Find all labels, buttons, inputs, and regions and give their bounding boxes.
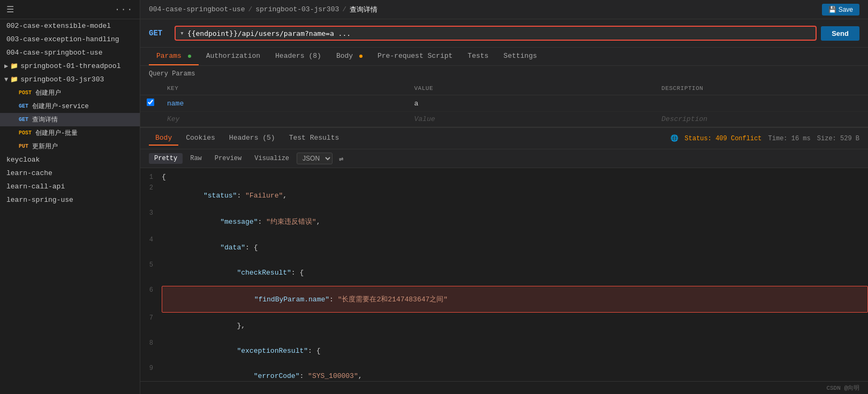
endpoint-label: 查询详情 <box>32 115 58 124</box>
json-line-7: 7 }, <box>140 313 868 338</box>
format-tab-visualize[interactable]: Visualize <box>249 153 295 164</box>
line-content-3: "message": "约束违反错误", <box>162 209 868 234</box>
url-input[interactable] <box>187 29 811 37</box>
sidebar-item-post-create-user[interactable]: POST 创建用户 <box>0 86 140 100</box>
response-tab-test-results[interactable]: Test Results <box>283 131 346 146</box>
param-checkbox[interactable] <box>147 98 154 106</box>
sidebar-folder-springboot-01[interactable]: ▶ 📁 springboot-01-threadpool <box>0 59 140 73</box>
tab-params[interactable]: Params <box>149 48 199 65</box>
breadcrumb-part-1: 004-case-springboot-use <box>149 5 245 13</box>
body-dot <box>359 55 363 58</box>
format-tab-raw[interactable]: Raw <box>185 153 207 164</box>
line-content-9: "errorCode": "SYS_100003", <box>162 364 868 381</box>
tab-pre-request-label: Pre-request Script <box>378 52 452 60</box>
sidebar-item-get-create-user-service[interactable]: GET 创建用户-service <box>0 100 140 113</box>
breadcrumb-sep-2: / <box>342 5 346 13</box>
line-num-7: 7 <box>140 314 162 322</box>
sidebar-item-get-query-detail[interactable]: GET 查询详情 <box>0 113 140 126</box>
sidebar-item-learn-spring-use[interactable]: learn-spring-use <box>0 193 140 207</box>
tab-settings-label: Settings <box>503 52 537 60</box>
param-desc[interactable] <box>655 95 868 112</box>
http-method-label: GET <box>149 29 170 37</box>
sidebar-item-learn-call-api[interactable]: learn-call-api <box>0 180 140 193</box>
method-badge-post: POST <box>17 130 33 137</box>
sidebar-menu-icon[interactable]: ☰ <box>6 4 14 15</box>
tab-tests-label: Tests <box>467 52 488 60</box>
sidebar-header: ☰ ··· <box>0 0 140 19</box>
line-content-6: "findByParam.name": "长度需要在2和2147483647之间… <box>162 286 868 313</box>
url-container: ▾ <box>175 26 817 41</box>
param-key[interactable]: name <box>161 95 408 112</box>
time-badge: Time: 16 ms <box>768 135 811 142</box>
tab-body[interactable]: Body <box>329 48 370 65</box>
empty-key[interactable]: Key <box>161 112 408 127</box>
sidebar-more-icon[interactable]: ··· <box>115 5 133 14</box>
endpoint-label: 创建用户-service <box>32 102 89 111</box>
line-num-8: 8 <box>140 339 162 347</box>
json-line-4: 4 "data": { <box>140 235 868 260</box>
sidebar-item-003[interactable]: 003-case-exception-handling <box>0 33 140 46</box>
breadcrumb-part-2: springboot-03-jsr303 <box>255 5 339 13</box>
sidebar: ☰ ··· 002-case-extensible-model 003-case… <box>0 0 140 394</box>
format-bar: Pretty Raw Preview Visualize JSON XML HT… <box>140 149 868 168</box>
chevron-down-icon: ▼ <box>4 76 8 84</box>
endpoint-label: 创建用户 <box>35 88 61 97</box>
json-line-9: 9 "errorCode": "SYS_100003", <box>140 363 868 381</box>
sidebar-item-002[interactable]: 002-case-extensible-model <box>0 19 140 33</box>
sidebar-folder-springboot-03[interactable]: ▼ 📁 springboot-03-jsr303 <box>0 73 140 86</box>
line-content-1: { <box>162 173 868 181</box>
response-tab-cookies[interactable]: Cookies <box>179 131 222 146</box>
method-badge-get: GET <box>17 103 30 110</box>
param-checkbox-cell <box>140 95 161 112</box>
endpoint-label: 创建用户-批量 <box>35 128 78 138</box>
line-num-5: 5 <box>140 261 162 269</box>
empty-desc[interactable]: Description <box>655 112 868 127</box>
format-tab-pretty[interactable]: Pretty <box>149 153 183 164</box>
params-dot <box>188 55 191 58</box>
method-badge-post: POST <box>17 89 33 96</box>
response-meta: 🌐 Status: 409 Conflict Time: 16 ms Size:… <box>670 134 859 142</box>
param-value[interactable]: a <box>408 95 655 112</box>
response-tab-body[interactable]: Body <box>149 131 178 146</box>
line-num-1: 1 <box>140 173 162 181</box>
url-dropdown-icon[interactable]: ▾ <box>180 29 184 37</box>
content-area: GET ▾ Send Params Authorization Headers … <box>140 19 868 394</box>
table-row: name a <box>140 95 868 112</box>
request-tabs-bar: Params Authorization Headers (8) Body Pr… <box>140 48 868 66</box>
response-tab-headers[interactable]: Headers (5) <box>223 131 282 146</box>
sidebar-item-004[interactable]: 004-case-springboot-use <box>0 46 140 59</box>
tab-pre-request[interactable]: Pre-request Script <box>370 48 460 65</box>
tab-settings[interactable]: Settings <box>496 48 544 65</box>
method-badge-put: PUT <box>17 143 30 150</box>
line-content-2: "status": "Failure", <box>162 184 868 208</box>
col-header-check <box>140 82 161 95</box>
line-content-5: "checkResult": { <box>162 261 868 285</box>
json-line-6: 6 "findByParam.name": "长度需要在2和2147483647… <box>140 285 868 313</box>
send-button[interactable]: Send <box>821 26 859 41</box>
sidebar-item-post-create-batch[interactable]: POST 创建用户-批量 <box>0 126 140 140</box>
tab-params-label: Params <box>156 52 182 60</box>
line-num-6: 6 <box>140 286 162 294</box>
query-params-label: Query Params <box>140 66 868 82</box>
format-select[interactable]: JSON XML HTML Text <box>297 153 333 164</box>
tab-tests[interactable]: Tests <box>460 48 496 65</box>
folder-icon-03: 📁 <box>10 75 18 84</box>
save-icon: 💾 <box>828 6 836 13</box>
size-badge: Size: 529 B <box>817 135 859 142</box>
format-tab-preview[interactable]: Preview <box>209 153 247 164</box>
topbar: 004-case-springboot-use / springboot-03-… <box>140 0 868 19</box>
json-body[interactable]: 1 { 2 "status": "Failure", 3 "message": … <box>140 168 868 381</box>
tab-authorization[interactable]: Authorization <box>199 48 268 65</box>
save-button[interactable]: 💾 Save <box>822 4 859 16</box>
tab-headers[interactable]: Headers (8) <box>268 48 329 65</box>
empty-value[interactable]: Value <box>408 112 655 127</box>
sidebar-item-keycloak[interactable]: keycloak <box>0 153 140 166</box>
breadcrumb: 004-case-springboot-use / springboot-03-… <box>149 5 378 14</box>
response-tabs: Body Cookies Headers (5) Test Results <box>149 131 345 146</box>
sidebar-item-learn-cache[interactable]: learn-cache <box>0 166 140 180</box>
line-content-8: "exceptionResult": { <box>162 339 868 363</box>
globe-icon: 🌐 <box>670 134 678 142</box>
wrap-icon[interactable]: ⇌ <box>339 154 343 163</box>
sidebar-item-put-update-user[interactable]: PUT 更新用户 <box>0 140 140 153</box>
query-params-section: Query Params KEY VALUE DESCRIPTION <box>140 66 868 127</box>
